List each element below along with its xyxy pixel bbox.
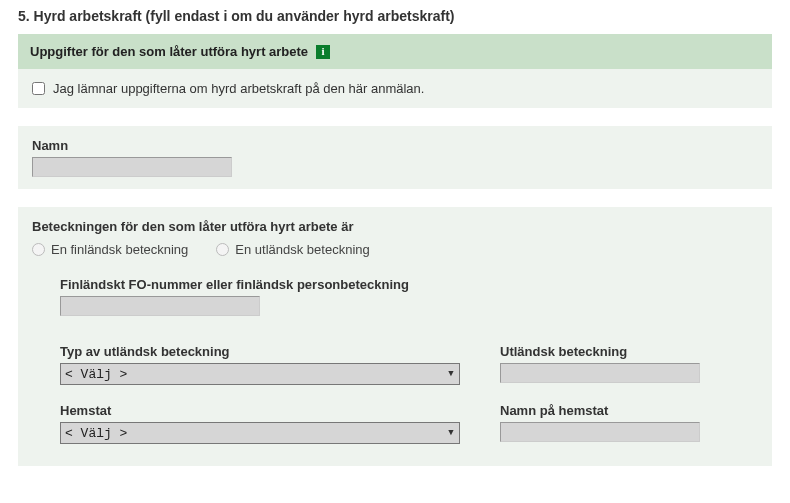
declaration-panel: Jag lämnar uppgifterna om hyrd arbetskra… bbox=[18, 69, 772, 108]
section-header-text: Uppgifter för den som låter utföra hyrt … bbox=[30, 44, 308, 59]
finnish-id-input[interactable] bbox=[60, 296, 260, 316]
finnish-id-label: Finländskt FO-nummer eller finländsk per… bbox=[60, 277, 758, 292]
info-icon[interactable]: i bbox=[316, 45, 330, 59]
foreign-type-label: Typ av utländsk beteckning bbox=[60, 344, 460, 359]
home-state-selected: < Välj > bbox=[65, 426, 127, 441]
home-state-name-label: Namn på hemstat bbox=[500, 403, 720, 418]
section-title: 5. Hyrd arbetskraft (fyll endast i om du… bbox=[18, 8, 772, 24]
chevron-down-icon: ▼ bbox=[443, 423, 459, 443]
declaration-checkbox-row[interactable]: Jag lämnar uppgifterna om hyrd arbetskra… bbox=[32, 81, 758, 96]
chevron-down-icon: ▼ bbox=[443, 364, 459, 384]
foreign-id-label: Utländsk beteckning bbox=[500, 344, 720, 359]
home-state-name-input[interactable] bbox=[500, 422, 700, 442]
home-state-label: Hemstat bbox=[60, 403, 460, 418]
foreign-id-input[interactable] bbox=[500, 363, 700, 383]
declaration-checkbox[interactable] bbox=[32, 82, 45, 95]
foreign-type-select[interactable]: < Välj > ▼ bbox=[60, 363, 460, 385]
declaration-checkbox-label: Jag lämnar uppgifterna om hyrd arbetskra… bbox=[53, 81, 424, 96]
identifier-legend: Beteckningen för den som låter utföra hy… bbox=[32, 219, 758, 234]
name-panel: Namn bbox=[18, 126, 772, 189]
section-header-bar: Uppgifter för den som låter utföra hyrt … bbox=[18, 34, 772, 69]
foreign-type-selected: < Välj > bbox=[65, 367, 127, 382]
radio-icon bbox=[216, 243, 229, 256]
identifier-panel: Beteckningen för den som låter utföra hy… bbox=[18, 207, 772, 466]
radio-finnish[interactable]: En finländsk beteckning bbox=[32, 242, 188, 257]
radio-finnish-label: En finländsk beteckning bbox=[51, 242, 188, 257]
radio-icon bbox=[32, 243, 45, 256]
identifier-radio-row: En finländsk beteckning En utländsk bete… bbox=[32, 242, 758, 257]
name-input[interactable] bbox=[32, 157, 232, 177]
home-state-select[interactable]: < Välj > ▼ bbox=[60, 422, 460, 444]
radio-foreign-label: En utländsk beteckning bbox=[235, 242, 369, 257]
name-label: Namn bbox=[32, 138, 758, 153]
radio-foreign[interactable]: En utländsk beteckning bbox=[216, 242, 369, 257]
